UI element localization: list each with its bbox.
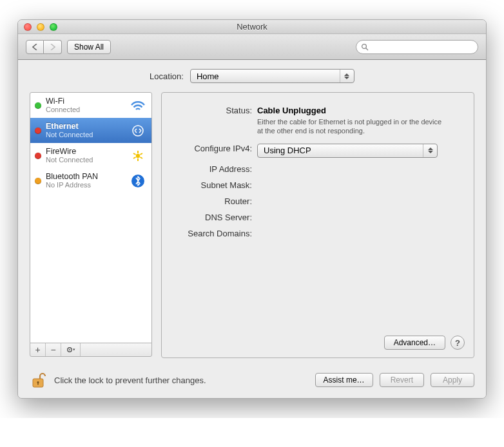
sidebar-item-firewire[interactable]: FireWire Not Connected [30,143,151,168]
service-status: Not Connected [46,131,124,139]
router-label: Router: [173,196,257,206]
updown-icon [340,70,350,82]
configure-label: Configure IPv4: [173,144,257,158]
network-preferences-window: Network Show All Location: Home [17,19,487,399]
bluetooth-icon [129,174,147,188]
titlebar: Network [18,20,486,34]
mask-label: Subnet Mask: [173,180,257,190]
window-title: Network [237,22,267,32]
sidebar-text: Bluetooth PAN No IP Address [46,172,124,189]
dns-label: DNS Server: [173,213,257,222]
forward-button[interactable] [44,40,62,54]
service-name: Ethernet [46,122,124,131]
configure-ipv4-select[interactable]: Using DHCP [257,144,438,158]
dns-value [257,213,462,222]
mask-value [257,180,462,190]
search-field[interactable] [356,40,478,54]
location-select[interactable]: Home [190,69,354,83]
status-dot [35,128,41,134]
router-value [257,196,462,206]
sidebar-footer: + − [30,343,152,357]
chevron-left-icon [32,44,38,50]
location-row: Location: Home [30,69,474,83]
ethernet-icon [129,124,147,138]
content-area: Location: Home Wi-Fi Connected [18,60,486,398]
back-button[interactable] [26,40,44,54]
add-service-button[interactable]: + [30,343,46,356]
revert-button[interactable]: Revert [380,373,424,387]
ip-label: IP Address: [173,164,257,174]
main-row: Wi-Fi Connected Ethernet Not Connected [30,92,474,358]
toolbar: Show All [18,34,486,60]
svg-rect-9 [37,383,39,385]
searchdomains-value [257,229,462,238]
search-icon [361,43,369,51]
traffic-lights [24,23,57,31]
sidebar-item-wifi[interactable]: Wi-Fi Connected [30,93,151,118]
status-dot [35,153,41,159]
assist-me-button[interactable]: Assist me… [315,373,373,387]
lock-open-icon [31,372,46,388]
service-name: Wi-Fi [46,97,124,106]
status-dot [35,102,41,109]
sidebar-item-ethernet[interactable]: Ethernet Not Connected [30,118,151,143]
ip-value [257,164,462,174]
help-button[interactable]: ? [451,336,465,350]
sidebar-text: Wi-Fi Connected [46,97,124,114]
svg-point-2 [133,126,143,136]
location-value: Home [197,71,219,81]
advanced-button[interactable]: Advanced… [384,336,445,350]
status-message: Either the cable for Ethernet is not plu… [257,117,444,136]
bottom-bar: Click the lock to prevent further change… [30,358,474,389]
service-status: Not Connected [46,156,124,164]
svg-line-1 [366,48,368,50]
status-dot [35,178,41,184]
chevron-right-icon [50,44,55,50]
service-status: No IP Address [46,181,124,189]
lock-button[interactable] [30,371,48,389]
minimize-button[interactable] [37,23,44,31]
service-name: Bluetooth PAN [46,172,124,181]
svg-point-6 [69,349,70,350]
svg-point-0 [362,44,367,48]
nav-segmented [26,40,62,54]
status-value: Cable Unplugged [257,106,462,115]
sidebar-text: FireWire Not Connected [46,147,124,164]
detail-panel: Status: Cable Unplugged Either the cable… [161,92,474,358]
status-label: Status: [173,106,257,136]
zoom-button[interactable] [50,23,57,31]
service-actions-button[interactable] [61,343,81,356]
configure-value: Using DHCP [264,146,311,155]
lock-text: Click the lock to prevent further change… [54,376,206,385]
searchdomains-label: Search Domains: [173,229,257,238]
updown-icon [423,144,433,157]
service-list: Wi-Fi Connected Ethernet Not Connected [30,92,152,343]
show-all-button[interactable]: Show All [67,40,111,54]
gear-icon [66,346,75,354]
sidebar-text: Ethernet Not Connected [46,122,124,139]
wifi-icon [129,99,147,113]
sidebar-item-bluetooth[interactable]: Bluetooth PAN No IP Address [30,168,151,193]
location-label: Location: [150,71,184,81]
service-name: FireWire [46,147,124,156]
remove-service-button[interactable]: − [46,343,61,356]
firewire-icon [129,149,147,163]
apply-button[interactable]: Apply [431,373,474,387]
svg-point-3 [136,153,140,157]
sidebar-wrap: Wi-Fi Connected Ethernet Not Connected [30,92,152,358]
close-button[interactable] [24,23,32,31]
service-status: Connected [46,106,124,114]
